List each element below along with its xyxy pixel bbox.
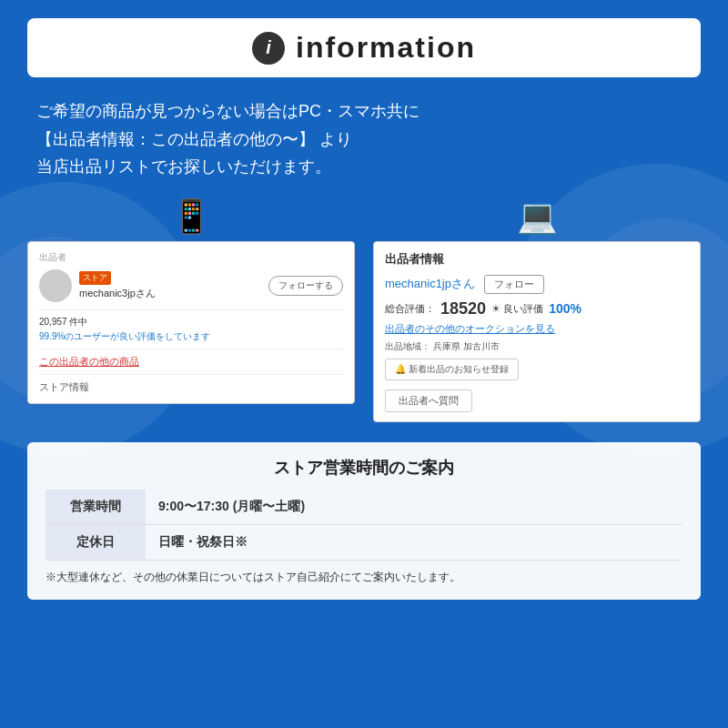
divider-mobile (39, 309, 343, 310)
note-text: ※大型連休など、その他の休業日についてはストア自己紹介にてご案内いたします。 (46, 570, 682, 585)
intro-line2: 【出品者情報：この出品者の他の〜】 より (36, 130, 352, 148)
intro-line3: 当店出品リストでお探しいただけます。 (36, 157, 331, 176)
other-items-link[interactable]: この出品者の他の商品 (39, 355, 343, 369)
pc-seller-row: mechanic1jpさん フォロー (385, 275, 689, 294)
hours-label-0: 営業時間 (46, 490, 146, 525)
divider3-mobile (39, 374, 343, 375)
pc-header: 出品者情報 (385, 251, 689, 268)
divider2-mobile (39, 349, 343, 349)
store-badge: ストア (79, 271, 111, 285)
info-icon: i (252, 32, 285, 65)
hours-value-1: 日曜・祝祭日※ (146, 524, 682, 560)
auction-link[interactable]: 出品者のその他のオークションを見る (385, 322, 689, 336)
seller-name-mobile: mechanic3jpさん (79, 288, 156, 298)
table-row: 定休日 日曜・祝祭日※ (46, 524, 682, 560)
pc-col: 💻 出品者情報 mechanic1jpさん フォロー 総合評価： 18520 ☀… (373, 197, 701, 422)
seller-info-mobile: ストア mechanic3jpさん (79, 271, 261, 300)
table-row: 営業時間 9:00〜17:30 (月曜〜土曜) (46, 490, 682, 525)
pc-screenshot-box: 出品者情報 mechanic1jpさん フォロー 総合評価： 18520 ☀ 良… (373, 241, 701, 422)
page-title: information (296, 31, 476, 65)
rating-text-mobile: 99.9%のユーザーが良い評価をしています (39, 330, 343, 343)
mobile-col: 📱 出品者 ストア mechanic3jpさん フォローする 20,957 件中… (27, 197, 355, 404)
location-value: 兵庫県 加古川市 (433, 341, 500, 351)
intro-line1: ご希望の商品が見つからない場合はPC・スマホ共に (36, 102, 420, 120)
seller-label-mobile: 出品者 (39, 251, 343, 264)
business-hours-section: ストア営業時間のご案内 営業時間 9:00〜17:30 (月曜〜土曜) 定休日 … (27, 442, 701, 600)
location-text: 出品地域： 兵庫県 加古川市 (385, 340, 689, 353)
follow-button-pc[interactable]: フォロー (484, 275, 544, 294)
location-label: 出品地域： (385, 341, 430, 351)
notify-button[interactable]: 🔔 新着出品のお知らせ登録 (385, 359, 519, 380)
count-text: 20,957 件中 (39, 316, 343, 329)
main-container: i information ご希望の商品が見つからない場合はPC・スマホ共に 【… (0, 0, 728, 618)
hours-table: 営業時間 9:00〜17:30 (月曜〜土曜) 定休日 日曜・祝祭日※ (46, 490, 682, 561)
mobile-device-icon: 📱 (171, 197, 212, 236)
seller-row-mobile: ストア mechanic3jpさん フォローする (39, 269, 343, 302)
screenshot-row: 📱 出品者 ストア mechanic3jpさん フォローする 20,957 件中… (27, 197, 701, 422)
rating-score: 18520 (440, 299, 486, 318)
seller-name-pc: mechanic1jpさん (385, 276, 475, 292)
mobile-screenshot-box: 出品者 ストア mechanic3jpさん フォローする 20,957 件中 9… (27, 241, 355, 404)
intro-text: ご希望の商品が見つからない場合はPC・スマホ共に 【出品者情報：この出品者の他の… (27, 97, 701, 181)
good-pct: 100% (549, 301, 581, 316)
total-rating-label: 総合評価： (385, 302, 435, 316)
hours-value-0: 9:00〜17:30 (月曜〜土曜) (146, 490, 682, 525)
header-banner: i information (27, 18, 701, 77)
rating-row-pc: 総合評価： 18520 ☀ 良い評価 100% (385, 299, 689, 318)
store-info-text: ストア情報 (39, 380, 343, 394)
hours-label-1: 定休日 (46, 524, 146, 560)
pc-device-icon: 💻 (517, 197, 558, 236)
section-title: ストア営業時間のご案内 (46, 457, 682, 479)
good-label: ☀ 良い評価 (491, 302, 543, 316)
follow-button-mobile[interactable]: フォローする (268, 276, 343, 296)
question-button[interactable]: 出品者へ質問 (385, 389, 472, 412)
avatar-mobile (39, 269, 72, 302)
